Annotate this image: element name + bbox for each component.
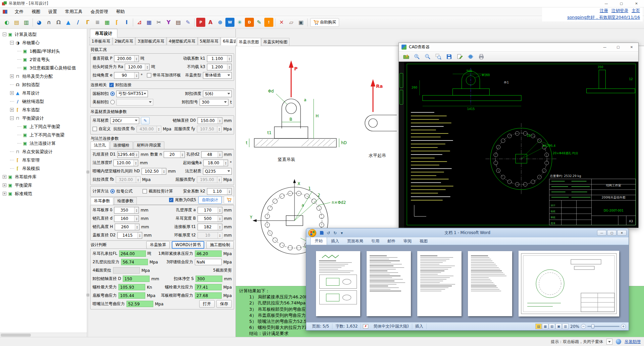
raman-formula-radio[interactable]: 拉曼公式 <box>110 188 132 194</box>
tree-item[interactable]: ▣法兰连接计算 <box>0 139 87 148</box>
uneven-load-input[interactable]: 1.200▴▾ <box>207 64 232 70</box>
clipboard-icon[interactable]: ▣ <box>297 18 306 27</box>
tree-expander-icon[interactable]: + <box>3 175 6 179</box>
rope-angle-input[interactable]: 90▴▾ <box>114 72 139 79</box>
word-page-thumbnail-drawing[interactable] <box>519 251 619 316</box>
test-tools-icon[interactable]: Y <box>164 18 173 27</box>
spellcheck-icon[interactable]: ✗ <box>363 324 368 329</box>
pie-chart-icon[interactable]: ◕ <box>35 18 44 27</box>
tree-item[interactable]: ▣上下同点平衡梁 <box>0 122 87 131</box>
menu-文件[interactable]: 文件 <box>11 8 28 15</box>
us-shackle-radio[interactable] <box>110 100 115 104</box>
section-shear-checkbox[interactable]: 截面拉剪计算 <box>143 188 173 194</box>
wire-rope-icon[interactable]: / <box>73 18 83 27</box>
cart-button[interactable] <box>224 196 234 204</box>
tree-item[interactable]: +⌈吊车选型 <box>0 106 87 114</box>
dxf-export-icon[interactable]: D <box>245 18 254 27</box>
word-page-thumbnail[interactable] <box>367 251 411 316</box>
tree-item[interactable]: Ω卸扣选型 <box>0 80 87 89</box>
tree-item[interactable]: /钢丝绳选型 <box>0 97 87 106</box>
site-plan-icon[interactable]: ▦ <box>103 18 112 27</box>
word-save-icon[interactable] <box>319 230 324 236</box>
subtab-3[interactable]: 3顶部板式吊耳 <box>136 37 166 45</box>
cad-edit-icon[interactable] <box>456 53 464 61</box>
cad-print-icon[interactable] <box>477 53 485 61</box>
ring-plate-checkbox[interactable]: 带吊耳加强环板 <box>147 72 181 78</box>
form-tab[interactable]: 吊耳参数 <box>91 197 113 205</box>
open-icon[interactable]: ▤ <box>12 18 21 27</box>
tree-item[interactable]: +▣吊耳组件库 <box>0 173 87 181</box>
menu-帮助[interactable]: 帮助 <box>112 8 129 15</box>
tree-scrollbar-thumb[interactable] <box>1 334 31 337</box>
minimize-icon[interactable]: — <box>599 0 614 7</box>
account-greeting-link[interactable]: songping您好，有效期至2040/11/16 <box>567 15 640 20</box>
draw-edit-icon[interactable]: ✎ <box>255 18 264 27</box>
cad-open-icon[interactable] <box>402 53 410 61</box>
pin-hole-height-input[interactable]: 260▴▾ <box>115 224 140 230</box>
tree-expander-icon[interactable]: − <box>10 116 14 120</box>
account-link[interactable]: 主页 <box>632 8 640 13</box>
cad-zoom-window-icon[interactable] <box>434 53 442 61</box>
close-icon[interactable]: ✕ <box>629 0 644 7</box>
cad-zoom-out-icon[interactable] <box>424 53 432 61</box>
form-tab[interactable]: 绘图参数 <box>114 197 137 205</box>
tree-item[interactable]: ▣上下不同点平衡梁 <box>0 131 87 139</box>
tree-item[interactable]: ▣1椭圆/半球封头 <box>0 47 87 55</box>
cad-zoom-in-icon[interactable] <box>413 53 421 61</box>
open-button[interactable]: 打开 <box>199 300 215 308</box>
word-zoom-slider[interactable]: − + <box>581 324 626 329</box>
tree-expander-icon[interactable]: + <box>10 108 14 112</box>
nozzle-bolt-distance-input[interactable]: 102.50▴▾ <box>142 168 166 175</box>
tab-lug-design[interactable]: 吊耳设计 <box>90 29 117 38</box>
view-full-screen-icon[interactable]: ▦ <box>542 324 548 329</box>
word-page-thumbnail[interactable] <box>468 251 512 316</box>
close-red-icon[interactable]: ✕ <box>277 18 286 27</box>
flange-tensile-input[interactable]: 320.00▴▾ <box>116 176 141 183</box>
word-redo-icon[interactable]: ↻ <box>332 230 338 236</box>
app-home-link[interactable]: 吊装助理 <box>625 339 641 345</box>
material-edit-button[interactable]: ✎ <box>141 117 150 124</box>
save-button[interactable]: 保存 <box>216 300 232 308</box>
cad-maximize-icon[interactable]: ▢ <box>611 43 625 51</box>
eraser-icon[interactable]: ▱ <box>287 18 296 27</box>
status-dropdown-icon[interactable] <box>606 339 612 345</box>
signature-pen-icon[interactable]: ✎ <box>183 18 193 27</box>
word-undo-icon[interactable]: ↺ <box>326 230 331 236</box>
word-minimize-icon[interactable]: — <box>597 230 606 236</box>
crane-icon[interactable]: ⌈ <box>112 18 121 27</box>
vertical-load-input[interactable]: 200.00▴▾ <box>114 55 139 62</box>
hole-diameter-input[interactable]: 48▴▾ <box>201 151 222 158</box>
tree-item[interactable]: −◑吊物重心 <box>0 39 87 47</box>
round-to-5-checkbox[interactable]: ✓尾数为0或5 <box>169 197 196 203</box>
zoom-out-icon[interactable]: − <box>581 324 586 329</box>
subtab-1[interactable]: 1单板吊耳 <box>90 37 112 45</box>
view-print-layout-icon[interactable]: ▤ <box>535 324 542 329</box>
word-zoom-level[interactable]: 20% <box>570 324 579 329</box>
safety-factor-input[interactable]: 1.10▴▾ <box>207 188 232 195</box>
view-draft-icon[interactable]: ▥ <box>562 324 569 329</box>
calculator-icon[interactable]: ▦ <box>145 18 154 27</box>
form-tab[interactable]: 法兰孔 <box>91 141 109 149</box>
tree-expander-icon[interactable]: + <box>3 192 6 195</box>
view-outline-icon[interactable]: ▣ <box>555 324 562 329</box>
zoom-in-icon[interactable]: + <box>621 324 626 329</box>
connect-plate-thickness-input[interactable]: 182▴▾ <box>198 224 222 230</box>
cover-diameter-input[interactable]: 1415▴▾ <box>117 232 142 239</box>
menu-视图[interactable]: 视图 <box>28 8 44 15</box>
word-export-icon[interactable]: W <box>225 18 234 27</box>
lug-width-input[interactable]: 500▴▾ <box>198 215 222 222</box>
word-word-count[interactable]: 字数: 1,632 <box>332 324 361 329</box>
preview-tab-2[interactable]: 吊盖实时绘图 <box>261 38 289 46</box>
tree-expander-icon[interactable]: + <box>10 74 14 78</box>
tree-item[interactable]: −▣计算及选型 <box>0 30 87 39</box>
form-tab[interactable]: 连接螺栓 <box>110 141 133 149</box>
flange-material-select[interactable]: Q235 <box>203 168 232 175</box>
font-color-icon[interactable]: A <box>206 18 215 27</box>
office-button[interactable] <box>308 229 316 237</box>
gb-shackle-radio[interactable] <box>110 92 115 96</box>
cad-save-icon[interactable] <box>445 53 453 61</box>
spreader-beam-icon[interactable]: ≡ <box>93 18 102 27</box>
alert-icon[interactable]: ! <box>264 18 273 27</box>
hanging-scale-icon[interactable]: ∩ <box>44 18 53 27</box>
word-report-button[interactable]: WORD计算书 <box>172 241 204 249</box>
